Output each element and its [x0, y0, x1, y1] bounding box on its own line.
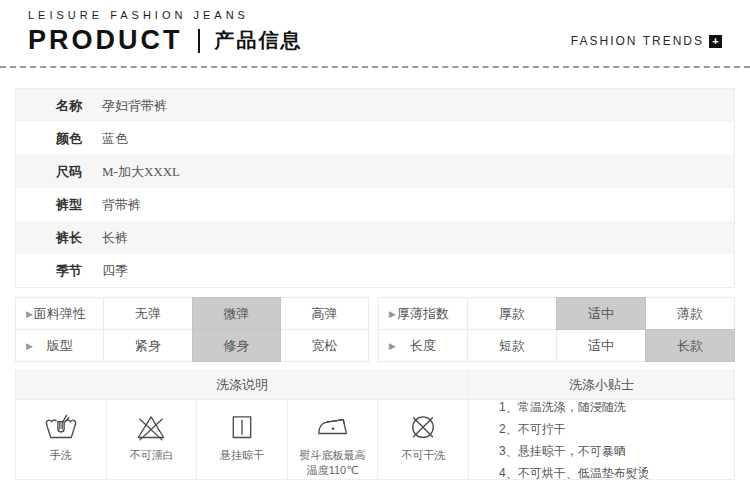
hang-dry-icon: [223, 409, 261, 447]
option-cell: 长款: [645, 329, 735, 362]
table-row: 裤型 背带裤: [16, 188, 734, 221]
row-value: 蓝色: [102, 130, 128, 148]
product-info-table: 名称 孕妇背带裤 颜色 蓝色 尺码 M-加大XXXL 裤型 背带裤 裤长 长裤 …: [15, 88, 735, 288]
attribute-label-text: 版型: [47, 337, 73, 355]
option-cell: 适中: [556, 297, 646, 330]
tip-line: 3、悬挂晾干，不可暴晒: [499, 440, 734, 462]
option-cell: 厚款: [467, 297, 557, 330]
option-cell: 短款: [467, 329, 557, 362]
attribute-col-left: ▶ 面料弹性 无弹 微弹 高弹 ▶ 版型 紧身 修身 宽松: [15, 297, 369, 362]
option-cell: 宽松: [280, 329, 369, 362]
title-divider: [198, 29, 200, 53]
fashion-trends-label: FASHION TRENDS +: [571, 34, 722, 56]
attribute-label: ▶ 厚薄指数: [378, 297, 468, 330]
tip-line: 1、常温洗涤，随浸随洗: [499, 396, 734, 418]
iron-max-110-icon: [314, 409, 352, 447]
table-row: 裤长 长裤: [16, 221, 734, 254]
hand-wash-icon: [42, 409, 80, 447]
wash-item-label: 不可干洗: [401, 448, 445, 463]
option-cell: 微弹: [192, 297, 281, 330]
washing-section: 洗涤说明 洗涤小贴士 手洗: [15, 370, 735, 480]
washing-tips-list: 1、常温洗涤，随浸随洗 2、不可拧干 3、悬挂晾干，不可暴晒 4、不可烘干、低温…: [469, 400, 734, 479]
attribute-label-text: 面料弹性: [34, 305, 86, 323]
wash-item-label: 熨斗底板最高温度110℃: [297, 448, 369, 478]
row-label: 裤长: [56, 229, 102, 247]
wash-item-hand-wash: 手洗: [16, 400, 107, 479]
wash-item-label: 悬挂晾干: [220, 448, 264, 463]
triangle-right-icon: ▶: [26, 309, 33, 319]
page-title-en: PRODUCT: [28, 25, 183, 56]
row-label: 裤型: [56, 196, 102, 214]
wash-item-label: 不可漂白: [129, 448, 173, 463]
attribute-group-thickness: ▶ 厚薄指数 厚款 适中 薄款: [378, 297, 735, 330]
option-cell: 适中: [556, 329, 646, 362]
attribute-group-fabric-elasticity: ▶ 面料弹性 无弹 微弹 高弹: [15, 297, 369, 330]
row-value: 四季: [102, 262, 128, 280]
attribute-group-fit: ▶ 版型 紧身 修身 宽松: [15, 329, 369, 362]
row-label: 尺码: [56, 163, 102, 181]
row-value: 背带裤: [102, 196, 141, 214]
header-left: LEISURE FASHION JEANS PRODUCT 产品信息: [28, 9, 303, 56]
product-info-page: LEISURE FASHION JEANS PRODUCT 产品信息 FASHI…: [0, 0, 750, 491]
no-dry-clean-icon: [404, 409, 442, 447]
table-row: 季节 四季: [16, 254, 734, 287]
option-cell: 高弹: [280, 297, 369, 330]
attribute-group-length: ▶ 长度 短款 适中 长款: [378, 329, 735, 362]
attribute-label: ▶ 面料弹性: [15, 297, 104, 330]
row-value: 长裤: [102, 229, 128, 247]
brand-tagline: LEISURE FASHION JEANS: [28, 9, 303, 21]
row-value: M-加大XXXL: [102, 163, 180, 181]
attribute-label: ▶ 版型: [15, 329, 104, 362]
washing-instructions-title: 洗涤说明: [16, 371, 469, 399]
triangle-right-icon: ▶: [26, 341, 33, 351]
row-label: 颜色: [56, 130, 102, 148]
wash-item-no-dry-clean: 不可干洗: [378, 400, 469, 479]
tip-line: 2、不可拧干: [499, 418, 734, 440]
wash-item-iron: 熨斗底板最高温度110℃: [288, 400, 379, 479]
table-row: 尺码 M-加大XXXL: [16, 155, 734, 188]
table-row: 颜色 蓝色: [16, 122, 734, 155]
row-label: 季节: [56, 262, 102, 280]
page-title-cn: 产品信息: [215, 27, 303, 54]
option-cell: 薄款: [645, 297, 735, 330]
tip-line: 4、不可烘干、低温垫布熨烫: [499, 462, 734, 484]
attribute-label-text: 长度: [410, 337, 436, 355]
page-header: LEISURE FASHION JEANS PRODUCT 产品信息 FASHI…: [0, 0, 750, 68]
attribute-label: ▶ 长度: [378, 329, 468, 362]
triangle-right-icon: ▶: [389, 309, 396, 319]
washing-body: 手洗 不可漂白: [16, 400, 734, 479]
attribute-grids: ▶ 面料弹性 无弹 微弹 高弹 ▶ 版型 紧身 修身 宽松 ▶: [15, 297, 735, 362]
plus-square-icon: +: [709, 35, 722, 48]
no-bleach-icon: [132, 409, 170, 447]
wash-item-label: 手洗: [50, 448, 72, 463]
page-title: PRODUCT 产品信息: [28, 25, 303, 56]
option-cell: 修身: [192, 329, 281, 362]
row-label: 名称: [56, 97, 102, 115]
option-cell: 紧身: [103, 329, 192, 362]
triangle-right-icon: ▶: [389, 341, 396, 351]
option-cell: 无弹: [103, 297, 192, 330]
washing-icons: 手洗 不可漂白: [16, 400, 469, 479]
table-row: 名称 孕妇背带裤: [16, 89, 734, 122]
fashion-trends-text: FASHION TRENDS: [571, 34, 704, 48]
attribute-col-right: ▶ 厚薄指数 厚款 适中 薄款 ▶ 长度 短款 适中 长款: [378, 297, 735, 362]
attribute-label-text: 厚薄指数: [397, 305, 449, 323]
wash-item-no-bleach: 不可漂白: [107, 400, 198, 479]
row-value: 孕妇背带裤: [102, 97, 167, 115]
wash-item-hang-dry: 悬挂晾干: [197, 400, 288, 479]
